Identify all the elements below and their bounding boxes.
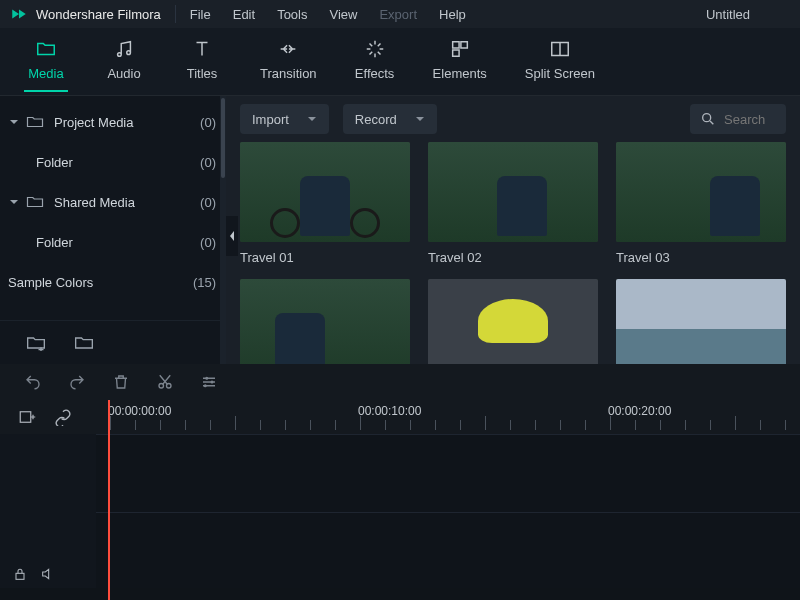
tree-label: Sample Colors (8, 275, 193, 290)
ruler-tick (585, 420, 586, 430)
tree-count: (0) (200, 195, 216, 210)
ruler-tick (410, 420, 411, 430)
search-input[interactable] (724, 112, 776, 127)
tab-label: Effects (355, 66, 395, 81)
svg-point-0 (703, 114, 711, 122)
timeline-toolbar (0, 364, 800, 400)
sidebar-item-shared-media[interactable]: Shared Media (0) (0, 182, 216, 222)
sidebar-item-project-media[interactable]: Project Media (0) (0, 102, 216, 142)
transition-icon (277, 38, 299, 60)
app-name: Wondershare Filmora (36, 7, 161, 22)
menu-edit[interactable]: Edit (233, 7, 255, 22)
ruler-tick (460, 420, 461, 430)
menu-help[interactable]: Help (439, 7, 466, 22)
tab-audio[interactable]: Audio (94, 32, 154, 91)
ruler-tick (610, 416, 611, 430)
ruler-tick (785, 420, 786, 430)
sidebar-item-project-folder[interactable]: Folder (0) (0, 142, 216, 182)
svg-point-4 (211, 381, 214, 384)
clip-thumbnail (616, 142, 786, 242)
track-divider (96, 512, 800, 513)
main-area: Project Media (0) Folder (0) Shared Medi… (0, 96, 800, 364)
delete-icon[interactable] (112, 373, 130, 391)
clip-thumbnail (240, 142, 410, 242)
tab-elements[interactable]: Elements (423, 32, 497, 91)
elements-icon (449, 38, 471, 60)
sparkle-icon (364, 38, 386, 60)
undo-icon[interactable] (24, 373, 42, 391)
settings-sliders-icon[interactable] (200, 373, 218, 391)
ruler-tick (210, 420, 211, 430)
ruler-tick (760, 420, 761, 430)
folder-icon (35, 38, 57, 60)
ruler-tick (310, 420, 311, 430)
sidebar-item-sample-colors[interactable]: Sample Colors (15) (0, 262, 216, 302)
link-icon[interactable] (54, 408, 72, 426)
menu-file[interactable]: File (190, 7, 211, 22)
tab-split-screen[interactable]: Split Screen (515, 32, 605, 91)
folder-icon[interactable] (74, 335, 94, 351)
tree-count: (0) (200, 155, 216, 170)
clip-card[interactable]: Travel 03 (616, 142, 786, 265)
ruler-tick (235, 416, 236, 430)
clip-card[interactable]: Travel 02 (428, 142, 598, 265)
menu-tools[interactable]: Tools (277, 7, 307, 22)
lock-icon[interactable] (12, 566, 28, 582)
sidebar: Project Media (0) Folder (0) Shared Medi… (0, 96, 226, 364)
record-dropdown[interactable]: Record (343, 104, 437, 134)
clip-caption: Travel 03 (616, 250, 786, 265)
chevron-down-icon (307, 116, 317, 122)
timeline-ruler[interactable]: 00:00:00:00 00:00:10:00 00:00:20:00 (96, 400, 800, 434)
track-header (0, 434, 96, 588)
ruler-tick (485, 416, 486, 430)
mute-icon[interactable] (40, 566, 56, 582)
browser-toolbar: Import Record (226, 96, 800, 142)
dropdown-label: Import (252, 112, 289, 127)
download-icon[interactable] (576, 285, 592, 301)
clip-card[interactable] (428, 279, 598, 364)
svg-rect-7 (16, 573, 24, 579)
timeline-tracks[interactable] (0, 434, 800, 588)
menu-view[interactable]: View (329, 7, 357, 22)
chevron-down-icon (8, 116, 20, 128)
clip-card[interactable]: Travel 01 (240, 142, 410, 265)
sidebar-item-shared-folder[interactable]: Folder (0) (0, 222, 216, 262)
svg-point-5 (204, 384, 207, 387)
split-screen-icon (549, 38, 571, 60)
ruler-tick (685, 420, 686, 430)
tree-label: Shared Media (54, 195, 200, 210)
import-dropdown[interactable]: Import (240, 104, 329, 134)
new-folder-icon[interactable] (26, 335, 46, 351)
dropdown-label: Record (355, 112, 397, 127)
menubar: File Edit Tools View Export Help (190, 7, 466, 22)
tree-count: (15) (193, 275, 216, 290)
ruler-tick (160, 420, 161, 430)
cut-icon[interactable] (156, 373, 174, 391)
clip-card[interactable] (240, 279, 410, 364)
add-track-icon[interactable] (18, 408, 36, 426)
clip-thumbnail (428, 279, 598, 364)
clip-card[interactable] (616, 279, 786, 364)
ruler-tick (710, 420, 711, 430)
ruler-tick (435, 420, 436, 430)
tab-media[interactable]: Media (16, 32, 76, 91)
document-title: Untitled (706, 7, 750, 22)
menu-export: Export (379, 7, 417, 22)
ruler-tick (110, 416, 111, 430)
tab-transition[interactable]: Transition (250, 32, 327, 91)
tree-label: Folder (36, 235, 200, 250)
ruler-tick (560, 420, 561, 430)
ruler-tick (635, 420, 636, 430)
search-box[interactable] (690, 104, 786, 134)
redo-icon[interactable] (68, 373, 86, 391)
folder-icon (26, 115, 44, 129)
tab-label: Media (28, 66, 63, 81)
tree-label: Folder (36, 155, 200, 170)
search-icon (700, 111, 716, 127)
tab-titles[interactable]: Titles (172, 32, 232, 91)
collapse-sidebar-button[interactable] (226, 216, 238, 256)
tab-label: Audio (107, 66, 140, 81)
tab-effects[interactable]: Effects (345, 32, 405, 91)
timeline-ruler-row: 00:00:00:00 00:00:10:00 00:00:20:00 (0, 400, 800, 434)
ruler-tick (510, 420, 511, 430)
